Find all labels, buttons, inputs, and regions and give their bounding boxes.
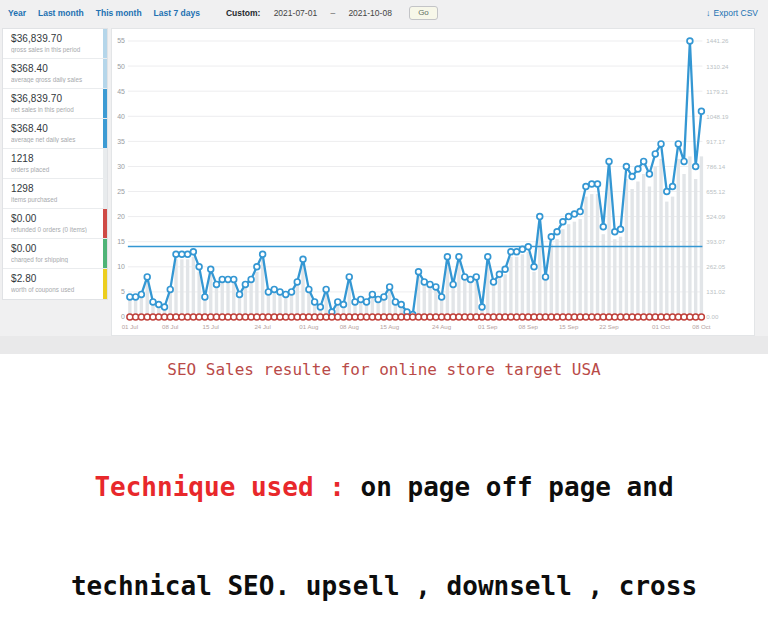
stat-value: $0.00 — [11, 243, 97, 254]
stat-color-stripe — [103, 119, 107, 148]
custom-range-label: Custom: — [226, 8, 260, 18]
svg-text:10: 10 — [117, 263, 125, 270]
stat-label: charged for shipping — [11, 256, 97, 263]
range-this-month-link[interactable]: This month — [96, 8, 142, 18]
svg-text:55: 55 — [117, 37, 125, 44]
svg-text:08 Jul: 08 Jul — [162, 323, 178, 330]
stat-label: average net daily sales — [11, 136, 97, 143]
svg-text:08 Sep: 08 Sep — [519, 323, 539, 330]
technique-line2: technical SEO. upsell , downsell , cross — [0, 570, 768, 603]
range-year-link[interactable]: Year — [8, 8, 26, 18]
stat-value: $0.00 — [11, 213, 97, 224]
date-to-input[interactable]: 2021-10-08 — [347, 8, 393, 18]
svg-text:0: 0 — [121, 313, 125, 320]
technique-highlight: Technique used : — [94, 472, 344, 502]
svg-text:393.07: 393.07 — [706, 238, 725, 245]
stat-value: $368.40 — [11, 63, 97, 74]
svg-text:917.17: 917.17 — [706, 138, 725, 145]
stat-label: average gross daily sales — [11, 76, 97, 83]
svg-text:786.14: 786.14 — [706, 163, 725, 170]
svg-text:01 Jul: 01 Jul — [122, 323, 138, 330]
stat-label: items purchased — [11, 196, 97, 203]
stat-shipping-charged[interactable]: $0.00charged for shipping — [3, 239, 107, 269]
report-legend-sidebar: $36,839.70gross sales in this period$368… — [2, 28, 108, 300]
technique-text: Technique used : on page off page and te… — [0, 405, 768, 623]
export-csv-link[interactable]: ↓ Export CSV — [706, 8, 758, 18]
svg-text:15 Sep: 15 Sep — [559, 323, 579, 330]
stat-label: gross sales in this period — [11, 46, 97, 53]
svg-text:30: 30 — [117, 163, 125, 170]
svg-text:01 Aug: 01 Aug — [299, 323, 319, 330]
stat-color-stripe — [103, 59, 107, 88]
stat-color-stripe — [103, 89, 107, 118]
stat-coupons-used[interactable]: $2.80worth of coupons used — [3, 269, 107, 299]
svg-text:24 Jul: 24 Jul — [254, 323, 270, 330]
svg-text:262.05: 262.05 — [706, 263, 725, 270]
stat-avg-gross-daily[interactable]: $368.40average gross daily sales — [3, 59, 107, 89]
svg-text:15 Aug: 15 Aug — [380, 323, 400, 330]
svg-text:25: 25 — [117, 188, 125, 195]
stat-items-purchased[interactable]: 1298items purchased — [3, 179, 107, 209]
sales-report-page: Year Last month This month Last 7 days C… — [0, 0, 768, 336]
svg-text:1441.26: 1441.26 — [706, 37, 729, 44]
report-range-toolbar: Year Last month This month Last 7 days C… — [0, 0, 768, 26]
range-last-7-days-link[interactable]: Last 7 days — [154, 8, 200, 18]
svg-text:655.12: 655.12 — [706, 188, 725, 195]
svg-text:35: 35 — [117, 138, 125, 145]
stat-net-sales[interactable]: $36,839.70net sales in this period — [3, 89, 107, 119]
export-csv-label: Export CSV — [714, 8, 758, 18]
stat-color-stripe — [103, 239, 107, 268]
svg-text:45: 45 — [117, 88, 125, 95]
chart-caption: SEO Sales resulte for online store targe… — [0, 360, 768, 379]
stat-orders-placed[interactable]: 1218orders placed — [3, 149, 107, 179]
svg-text:24 Aug: 24 Aug — [432, 323, 452, 330]
svg-text:131.02: 131.02 — [706, 288, 725, 295]
sales-report-chart: 05101520253035404550550.00131.02262.0539… — [112, 29, 754, 335]
stat-value: 1298 — [11, 183, 97, 194]
download-icon: ↓ — [706, 9, 711, 18]
report-main: $36,839.70gross sales in this period$368… — [0, 26, 768, 336]
stat-refunded[interactable]: $0.00refunded 0 orders (0 items) — [3, 209, 107, 239]
svg-text:01 Sep: 01 Sep — [478, 323, 498, 330]
stat-label: orders placed — [11, 166, 97, 173]
svg-text:20: 20 — [117, 213, 125, 220]
chart-container: 05101520253035404550550.00131.02262.0539… — [111, 28, 755, 336]
technique-line1: on page off page and — [345, 472, 674, 502]
stat-label: worth of coupons used — [11, 286, 97, 293]
stat-avg-net-daily[interactable]: $368.40average net daily sales — [3, 119, 107, 149]
stat-value: $36,839.70 — [11, 93, 97, 104]
stat-value: $2.80 — [11, 273, 97, 284]
stat-label: net sales in this period — [11, 106, 97, 113]
svg-text:15 Jul: 15 Jul — [203, 323, 219, 330]
stat-color-stripe — [103, 29, 107, 58]
stat-value: 1218 — [11, 153, 97, 164]
stat-gross-sales[interactable]: $36,839.70gross sales in this period — [3, 29, 107, 59]
svg-text:15: 15 — [117, 238, 125, 245]
stat-value: $36,839.70 — [11, 33, 97, 44]
section-divider — [0, 336, 768, 354]
stat-label: refunded 0 orders (0 items) — [11, 226, 97, 233]
date-range-separator: – — [330, 8, 335, 18]
svg-text:5: 5 — [121, 288, 125, 295]
stat-value: $368.40 — [11, 123, 97, 134]
stat-color-stripe — [103, 149, 107, 178]
svg-text:08 Oct: 08 Oct — [692, 323, 710, 330]
svg-text:1310.24: 1310.24 — [706, 63, 729, 70]
range-last-month-link[interactable]: Last month — [38, 8, 84, 18]
svg-text:40: 40 — [117, 113, 125, 120]
svg-text:1048.19: 1048.19 — [706, 113, 729, 120]
svg-text:50: 50 — [117, 63, 125, 70]
svg-text:01 Oct: 01 Oct — [652, 323, 670, 330]
svg-text:08 Aug: 08 Aug — [340, 323, 360, 330]
stat-color-stripe — [103, 269, 107, 299]
stat-color-stripe — [103, 209, 107, 238]
date-from-input[interactable]: 2021-07-01 — [272, 8, 318, 18]
svg-text:524.09: 524.09 — [706, 213, 725, 220]
go-button[interactable]: Go — [409, 6, 438, 20]
svg-text:0.00: 0.00 — [706, 313, 719, 320]
svg-text:1179.21: 1179.21 — [706, 88, 728, 95]
svg-text:22 Sep: 22 Sep — [599, 323, 619, 330]
stat-color-stripe — [103, 179, 107, 208]
